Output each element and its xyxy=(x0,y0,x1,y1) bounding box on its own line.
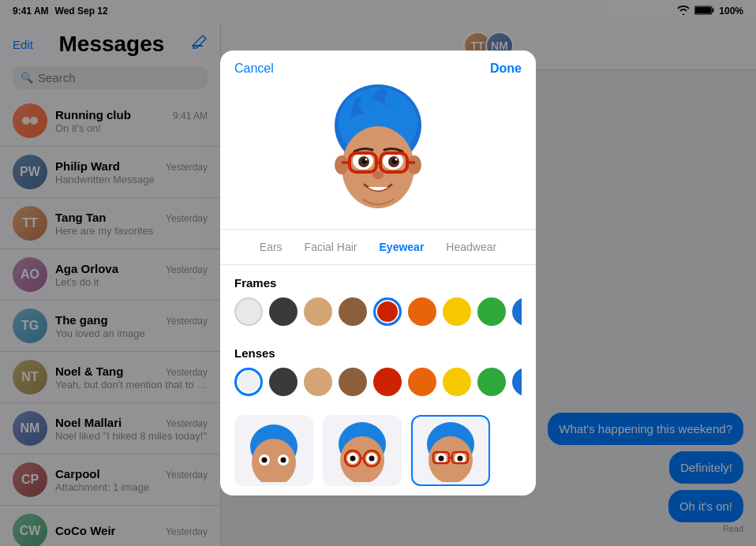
eyewear-option-none[interactable] xyxy=(234,415,313,486)
svg-point-36 xyxy=(369,456,375,462)
category-tabs: Ears Facial Hair Eyewear Headwear xyxy=(220,229,536,265)
lens-color-yellow[interactable] xyxy=(443,368,471,396)
tab-facial-hair[interactable]: Facial Hair xyxy=(294,237,369,256)
memoji-face-svg xyxy=(315,82,441,216)
done-button[interactable]: Done xyxy=(490,62,522,76)
svg-point-10 xyxy=(407,155,421,174)
lens-color-green[interactable] xyxy=(477,368,506,396)
eyewear-option-square[interactable] xyxy=(411,415,490,486)
memoji-editor-modal: Cancel Done xyxy=(220,50,536,496)
frame-color-orange[interactable] xyxy=(408,297,436,326)
svg-point-17 xyxy=(365,159,368,161)
eyewear-option-round[interactable] xyxy=(323,415,402,486)
frame-color-dark[interactable] xyxy=(269,297,298,326)
lenses-section: Lenses xyxy=(220,335,536,406)
lens-color-row xyxy=(234,368,522,399)
lens-color-tan[interactable] xyxy=(304,368,332,396)
svg-point-24 xyxy=(372,171,384,179)
svg-point-41 xyxy=(429,436,473,482)
svg-point-44 xyxy=(439,456,444,462)
svg-point-8 xyxy=(342,126,414,208)
svg-point-29 xyxy=(262,458,268,463)
cancel-button[interactable]: Cancel xyxy=(234,62,274,76)
lens-color-orange[interactable] xyxy=(408,368,436,396)
frame-color-green[interactable] xyxy=(477,297,506,326)
lens-color-red[interactable] xyxy=(373,368,402,396)
frame-color-white[interactable] xyxy=(234,297,263,326)
svg-point-45 xyxy=(458,456,463,462)
frame-color-blue[interactable] xyxy=(512,297,522,326)
tab-ears[interactable]: Ears xyxy=(249,237,294,256)
frame-color-yellow[interactable] xyxy=(443,297,471,326)
eyewear-style-options xyxy=(220,406,536,496)
lenses-label: Lenses xyxy=(234,346,522,360)
svg-point-35 xyxy=(350,456,356,462)
svg-point-9 xyxy=(335,155,349,174)
frame-color-red[interactable] xyxy=(373,297,402,326)
svg-point-30 xyxy=(281,458,286,463)
frames-section: Frames xyxy=(220,265,536,335)
frame-color-tan[interactable] xyxy=(304,297,332,326)
lens-color-clear[interactable] xyxy=(234,368,263,396)
tab-headwear[interactable]: Headwear xyxy=(435,237,507,256)
modal-header: Cancel Done xyxy=(220,50,536,76)
tab-eyewear[interactable]: Eyewear xyxy=(369,237,436,256)
frames-label: Frames xyxy=(234,276,522,290)
memoji-preview xyxy=(220,76,536,229)
frame-color-row xyxy=(234,297,522,329)
lens-color-brown[interactable] xyxy=(339,368,367,396)
lens-color-dark[interactable] xyxy=(269,368,298,396)
frame-color-brown[interactable] xyxy=(339,297,367,326)
modal-overlay[interactable]: Cancel Done xyxy=(0,0,756,546)
lens-color-blue[interactable] xyxy=(512,368,522,396)
svg-point-18 xyxy=(395,159,398,161)
